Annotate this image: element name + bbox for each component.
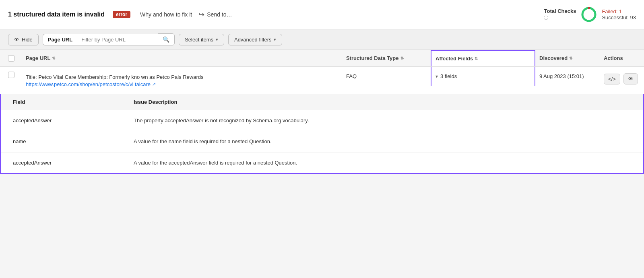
hide-button[interactable]: 👁 Hide: [8, 34, 39, 45]
fields-count-label: 3 fields: [440, 73, 457, 79]
field-name-3: acceptedAnswer: [9, 152, 130, 173]
discovered-cell: 9 Aug 2023 (15:01): [535, 67, 600, 86]
code-view-button[interactable]: </>: [604, 74, 620, 84]
col-header-discovered: Discovered ⇅: [535, 50, 600, 66]
top-bar: 1 structured data item is invalid error …: [0, 0, 644, 29]
donut-chart: [580, 6, 598, 23]
error-badge: error: [113, 11, 130, 18]
structured-data-type-cell: FAQ: [342, 67, 431, 86]
advanced-filters-label: Advanced filters: [234, 37, 272, 43]
total-checks-section: Total Checks ⓘ Failed: 1 Successful: 93: [544, 6, 636, 23]
svg-point-1: [582, 8, 595, 21]
row-checkbox[interactable]: [8, 72, 14, 78]
affected-fields-cell: ▾ 3 fields: [431, 67, 535, 86]
why-fix-link[interactable]: Why and how to fix it: [140, 11, 192, 18]
page-url-cell: Title: Petco Vital Care Membership: Form…: [22, 67, 342, 94]
send-to-arrow-icon: ↪: [198, 10, 204, 19]
sort-icon-sdt[interactable]: ⇅: [400, 56, 404, 60]
col-header-page-url: Page URL ⇅: [22, 50, 342, 66]
col-header-actions: Actions: [600, 50, 640, 66]
select-items-label: Select items: [185, 37, 213, 43]
chevron-down-icon-2: ▾: [274, 37, 276, 42]
field-name-1: acceptedAnswer: [9, 110, 130, 131]
expanded-table-header: Field Issue Description: [1, 94, 643, 110]
search-icon: 🔍: [163, 36, 169, 43]
page-title-line: Title: Petco Vital Care Membership: Form…: [26, 73, 338, 81]
fields-count: ▾ 3 fields: [436, 73, 530, 79]
issue-desc-1: The property acceptedAnswer is not recog…: [130, 110, 635, 131]
sort-icon-affected[interactable]: ⇅: [475, 56, 478, 61]
filter-input[interactable]: [77, 34, 158, 45]
total-checks-info: Total Checks ⓘ: [544, 8, 576, 21]
external-link-icon: ↗: [152, 82, 156, 87]
expanded-row-1: acceptedAnswer The property acceptedAnsw…: [1, 110, 643, 132]
expanded-row-2: name A value for the name field is requi…: [1, 131, 643, 152]
failed-count: Failed: 1: [602, 8, 636, 14]
page-url-link[interactable]: https://www.petco.com/shop/en/petcostore…: [26, 81, 338, 87]
expanded-panel: Field Issue Description acceptedAnswer T…: [0, 94, 644, 174]
toolbar: 👁 Hide Page URL 🔍 Select items ▾ Advance…: [0, 29, 644, 50]
preview-button[interactable]: 👁: [623, 73, 638, 84]
advanced-filters-button[interactable]: Advanced filters ▾: [228, 34, 283, 45]
issue-header: Issue Description: [130, 94, 635, 110]
expanded-row-3: acceptedAnswer A value for the acceptedA…: [1, 152, 643, 173]
success-count: Successful: 93: [602, 14, 636, 21]
select-all-checkbox[interactable]: [8, 55, 14, 62]
col-header-affected-fields: Affected Fields ⇅: [431, 50, 535, 66]
total-checks-info-icon: ⓘ: [544, 15, 576, 21]
actions-cell: </> 👁: [600, 67, 640, 91]
issue-desc-2: A value for the name field is required f…: [130, 131, 635, 152]
total-checks-label: Total Checks: [544, 8, 576, 14]
page-url-filter: Page URL 🔍: [43, 33, 175, 45]
sort-icon-discovered[interactable]: ⇅: [569, 56, 572, 60]
send-to-button[interactable]: ↪ Send to…: [198, 10, 232, 19]
code-icon: </>: [608, 76, 616, 82]
checks-stats: Failed: 1 Successful: 93: [602, 8, 636, 21]
select-items-button[interactable]: Select items ▾: [179, 34, 224, 45]
header-checkbox-cell: [4, 50, 22, 66]
page-title: 1 structured data item is invalid: [8, 11, 105, 18]
send-to-label: Send to…: [207, 11, 232, 18]
chevron-down-icon: ▾: [216, 37, 218, 42]
field-header: Field: [9, 94, 130, 110]
field-name-2: name: [9, 131, 130, 152]
table-row: Title: Petco Vital Care Membership: Form…: [0, 67, 644, 94]
row-checkbox-cell: [4, 67, 22, 83]
col-header-structured-data-type: Structured Data Type ⇅: [342, 50, 431, 66]
issue-desc-3: A value for the acceptedAnswer field is …: [130, 152, 635, 173]
hide-label: Hide: [22, 37, 33, 43]
expand-chevron-icon[interactable]: ▾: [436, 74, 438, 79]
search-button[interactable]: 🔍: [158, 33, 175, 45]
eye-preview-icon: 👁: [628, 76, 634, 82]
eye-icon: 👁: [14, 37, 19, 43]
sort-icon-page-url[interactable]: ⇅: [52, 56, 55, 60]
table-header: Page URL ⇅ Structured Data Type ⇅ Affect…: [0, 50, 644, 67]
page-url-label: Page URL: [43, 34, 77, 45]
